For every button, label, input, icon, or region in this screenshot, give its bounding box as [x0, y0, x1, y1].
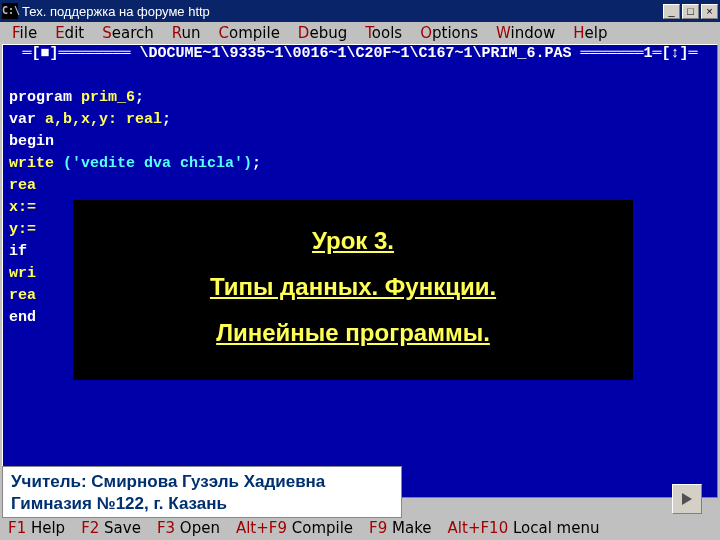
menu-file[interactable]: File: [12, 24, 37, 42]
status-help[interactable]: F1 Help: [8, 519, 65, 537]
window-title: Тех. поддержка на форуме http: [22, 4, 663, 19]
minimize-button[interactable]: _: [663, 4, 680, 19]
system-menu-icon[interactable]: C:\: [2, 3, 18, 19]
editor-filepath: ═[■]════════ \DOCUME~1\9335~1\0016~1\C20…: [3, 45, 717, 63]
menubar: File Edit Search Run Compile Debug Tools…: [0, 22, 720, 44]
teacher-info: Учитель: Смирнова Гузэль Хадиевна Гимназ…: [2, 466, 402, 518]
statusbar: F1 Help F2 Save F3 Open Alt+F9 Compile F…: [2, 518, 718, 538]
menu-compile[interactable]: Compile: [219, 24, 280, 42]
menu-window[interactable]: Window: [496, 24, 555, 42]
maximize-button[interactable]: □: [682, 4, 699, 19]
status-local-menu[interactable]: Alt+F10 Local menu: [448, 519, 600, 537]
status-make[interactable]: F9 Make: [369, 519, 431, 537]
teacher-name: Учитель: Смирнова Гузэль Хадиевна: [11, 471, 393, 493]
status-open[interactable]: F3 Open: [157, 519, 220, 537]
menu-debug[interactable]: Debug: [298, 24, 347, 42]
next-slide-button[interactable]: [672, 484, 702, 514]
menu-run[interactable]: Run: [172, 24, 201, 42]
svg-marker-0: [682, 493, 692, 505]
window-titlebar: C:\ Тех. поддержка на форуме http _ □ ×: [0, 0, 720, 22]
play-icon: [680, 492, 694, 506]
lesson-title-overlay: Урок 3. Типы данных. Функции. Линейные п…: [73, 200, 633, 380]
lesson-line-2: Типы данных. Функции.: [73, 264, 633, 310]
menu-options[interactable]: Options: [420, 24, 478, 42]
menu-edit[interactable]: Edit: [55, 24, 84, 42]
lesson-line-1: Урок 3.: [73, 218, 633, 264]
menu-help[interactable]: Help: [573, 24, 607, 42]
lesson-line-3: Линейные программы.: [73, 310, 633, 356]
editor-area[interactable]: ═[■]════════ \DOCUME~1\9335~1\0016~1\C20…: [2, 44, 718, 498]
status-compile[interactable]: Alt+F9 Compile: [236, 519, 353, 537]
teacher-school: Гимназия №122, г. Казань: [11, 493, 393, 515]
menu-tools[interactable]: Tools: [365, 24, 402, 42]
status-save[interactable]: F2 Save: [81, 519, 141, 537]
close-button[interactable]: ×: [701, 4, 718, 19]
menu-search[interactable]: Search: [102, 24, 154, 42]
